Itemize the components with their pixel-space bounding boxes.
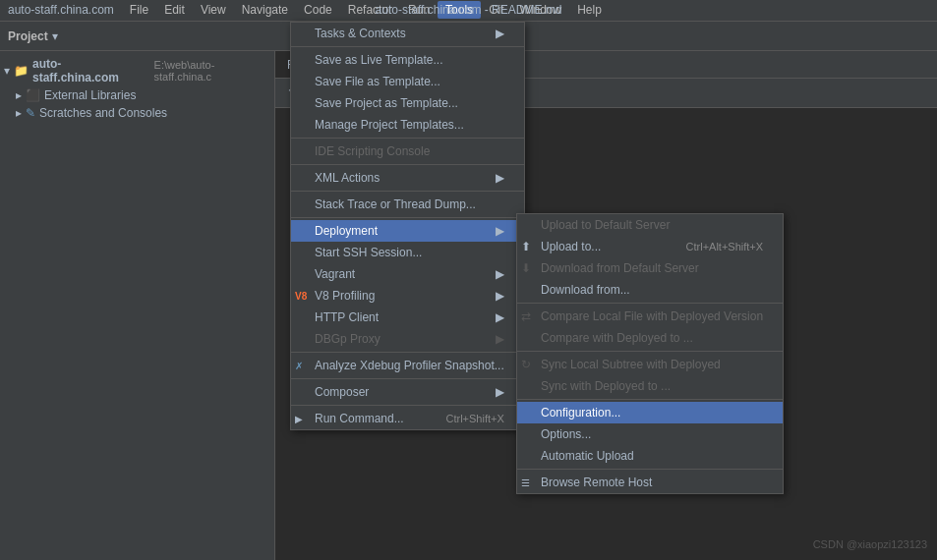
watermark: CSDN @xiaopzi123123 [813,538,927,550]
menu-item-xml-actions[interactable]: XML Actions ▶ [291,167,524,189]
deploy-sep-4 [517,469,783,470]
deploy-sync-subtree: ↻ Sync Local Subtree with Deployed [517,354,783,375]
sidebar-project-name: auto-staff.china.com [32,57,146,84]
run-command-shortcut: Ctrl+Shift+X [445,413,503,424]
project-template-label: Save Project as Template... [315,96,458,110]
upload-default-label: Upload to Default Server [541,218,670,232]
menu-navigate[interactable]: Navigate [234,1,296,19]
ide-scripting-label: IDE Scripting Console [315,144,430,158]
separator-4 [291,191,524,192]
deploy-sep-1 [517,303,783,304]
menu-item-live-template[interactable]: Save as Live Template... [291,49,524,71]
menu-item-ssh[interactable]: Start SSH Session... [291,242,524,263]
live-template-label: Save as Live Template... [315,53,443,67]
compare-local-label: Compare Local File with Deployed Version [541,309,763,323]
sync-icon: ↻ [521,358,531,371]
deploy-browse-remote[interactable]: ☰ Browse Remote Host [517,472,783,493]
menu-bar: auto-staff.china.com File Edit View Navi… [0,0,937,22]
menu-item-deployment[interactable]: Deployment ▶ [291,220,524,242]
xdebug-label: Analyze Xdebug Profiler Snapshot... [315,359,504,372]
project-icon: 📁 [14,64,29,78]
deployment-submenu: Upload to Default Server ⬆ Upload to... … [516,213,784,494]
window-title: auto-staff.china.com - README.md [376,3,562,17]
deploy-compare-deployed: Compare with Deployed to ... [517,327,783,349]
sidebar: ▾ 📁 auto-staff.china.com E:\web\auto-sta… [0,51,275,560]
menu-item-xdebug[interactable]: ✗ Analyze Xdebug Profiler Snapshot... [291,355,524,376]
menu-edit[interactable]: Edit [156,1,193,19]
menu-file[interactable]: File [122,1,156,19]
browse-remote-label: Browse Remote Host [541,476,652,489]
deploy-auto-upload[interactable]: Automatic Upload [517,445,783,467]
sidebar-external-libraries[interactable]: ▸ ⬛ External Libraries [0,86,274,104]
menu-item-run-command[interactable]: ▶ Run Command... Ctrl+Shift+X [291,408,524,429]
deploy-sep-3 [517,399,783,400]
tools-dropdown-menu: Tasks & Contexts ▶ Save as Live Template… [290,22,525,430]
deploy-compare-local: ⇄ Compare Local File with Deployed Versi… [517,306,783,327]
menu-item-composer[interactable]: Composer ▶ [291,381,524,403]
menu-item-dbgp: DBGp Proxy ▶ [291,328,524,350]
compare-local-icon: ⇄ [521,309,531,323]
sync-deployed-label: Sync with Deployed to ... [541,379,671,393]
menu-item-tasks[interactable]: Tasks & Contexts ▶ [291,23,524,44]
upload-to-shortcut: Ctrl+Alt+Shift+X [686,241,764,252]
deploy-sep-2 [517,351,783,352]
xml-actions-label: XML Actions [315,171,380,185]
triangle-down-icon: ▾ [4,64,10,78]
upload-to-label: Upload to... [541,240,601,253]
menu-item-vagrant[interactable]: Vagrant ▶ [291,263,524,285]
sidebar-scratches[interactable]: ▸ ✎ Scratches and Consoles [0,104,274,122]
deploy-download-from[interactable]: Download from... [517,279,783,301]
menu-view[interactable]: View [193,1,234,19]
ssh-label: Start SSH Session... [315,246,422,259]
v8-label: V8 Profiling [315,289,375,303]
separator-7 [291,378,524,379]
triangle-right-icon: ▸ [16,88,22,102]
tasks-label: Tasks & Contexts [315,27,406,40]
menu-item-manage-templates[interactable]: Manage Project Templates... [291,114,524,136]
composer-label: Composer [315,385,369,399]
ext-lib-icon: ⬛ [26,88,40,102]
vagrant-label: Vagrant [315,267,355,281]
menu-code[interactable]: Code [296,1,340,19]
sidebar-scratches-label: Scratches and Consoles [39,106,167,120]
watermark-text: CSDN @xiaopzi123123 [813,538,927,550]
menu-item-stack-trace[interactable]: Stack Trace or Thread Dump... [291,194,524,215]
deploy-configuration[interactable]: Configuration... [517,402,783,423]
auto-upload-label: Automatic Upload [541,449,634,463]
xdebug-icon: ✗ [295,361,303,371]
sidebar-project-row[interactable]: ▾ 📁 auto-staff.china.com E:\web\auto-sta… [0,55,274,86]
stack-trace-label: Stack Trace or Thread Dump... [315,197,476,211]
deployment-arrow: ▶ [496,224,504,238]
v8-arrow: ▶ [496,289,504,303]
tasks-arrow: ▶ [496,27,504,40]
v8-icon: V8 [295,291,307,302]
download-default-icon: ⬇ [521,261,531,275]
http-label: HTTP Client [315,310,379,324]
menu-item-http-client[interactable]: HTTP Client ▶ [291,307,524,328]
separator-2 [291,138,524,139]
deploy-download-default: ⬇ Download from Default Server [517,257,783,279]
separator-5 [291,217,524,218]
deploy-upload-default: Upload to Default Server [517,214,783,236]
deploy-options[interactable]: Options... [517,423,783,445]
project-title-left: auto-staff.china.com [4,3,122,17]
dbgp-arrow: ▶ [496,332,504,346]
deploy-sync-deployed: Sync with Deployed to ... [517,375,783,397]
file-template-label: Save File as Template... [315,75,440,88]
download-default-label: Download from Default Server [541,261,699,275]
menu-item-v8[interactable]: V8 V8 Profiling ▶ [291,285,524,307]
run-cmd-icon: ▶ [295,414,303,424]
menu-item-file-template[interactable]: Save File as Template... [291,71,524,92]
sidebar-project-path: E:\web\auto-staff.china.c [154,59,270,83]
separator-3 [291,164,524,165]
download-from-label: Download from... [541,283,630,297]
sync-subtree-label: Sync Local Subtree with Deployed [541,358,721,371]
separator-1 [291,46,524,47]
triangle-right-icon2: ▸ [16,106,22,120]
menu-item-project-template[interactable]: Save Project as Template... [291,92,524,114]
deploy-upload-to[interactable]: ⬆ Upload to... Ctrl+Alt+Shift+X [517,236,783,257]
dbgp-label: DBGp Proxy [315,332,381,346]
chevron-down-icon[interactable]: ▾ [52,29,58,43]
menu-help[interactable]: Help [569,1,610,19]
run-command-label: Run Command... [315,412,404,425]
